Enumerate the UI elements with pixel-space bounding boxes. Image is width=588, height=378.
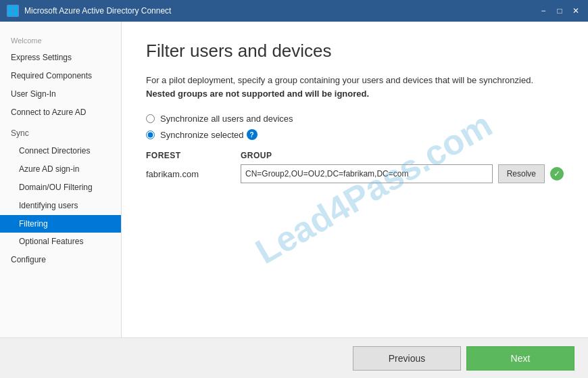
minimize-button[interactable]: − [538,5,549,16]
sidebar-item-azure-ad-signin[interactable]: Azure AD sign-in [0,160,121,179]
sidebar-item-configure[interactable]: Configure [0,251,121,269]
previous-button[interactable]: Previous [353,346,461,371]
radio-selected-label: Synchronize selected [160,130,244,140]
sidebar-section-sync: Sync [0,124,121,143]
radio-selected-input[interactable] [146,131,155,139]
sidebar-item-identifying-users[interactable]: Identifying users [0,197,121,215]
window-title: Microsoft Azure Active Directory Connect [24,6,538,16]
sidebar-item-required-components[interactable]: Required Components [0,67,121,85]
radio-group: Synchronize all users and devices Synchr… [146,114,564,140]
svg-rect-1 [14,6,18,10]
check-icon: ✓ [550,167,564,181]
group-input[interactable] [241,164,493,183]
radio-all-option[interactable]: Synchronize all users and devices [146,114,564,124]
footer: Previous Next [0,337,588,378]
sidebar-item-welcome: Welcome [0,32,121,49]
sidebar: Welcome Express Settings Required Compon… [0,22,122,337]
radio-all-input[interactable] [146,114,155,123]
sidebar-item-express-settings[interactable]: Express Settings [0,49,121,67]
col-group-header: GROUP [241,151,564,160]
sidebar-item-filtering[interactable]: Filtering [0,215,121,233]
radio-all-label: Synchronize all users and devices [160,114,293,124]
sidebar-item-connect-azure-ad[interactable]: Connect to Azure AD [0,103,121,122]
title-bar: Microsoft Azure Active Directory Connect… [0,0,588,22]
close-button[interactable]: ✕ [570,5,581,16]
resolve-button[interactable]: Resolve [498,164,545,183]
sidebar-item-optional-features[interactable]: Optional Features [0,233,121,251]
description-text: For a pilot deployment, specify a group … [146,74,552,100]
svg-rect-0 [8,6,12,10]
content-wrapper: Lead4Pass.com Welcome Express Settings R… [0,22,588,337]
table-row: fabrikam.com Resolve ✓ [146,164,564,183]
maximize-button[interactable]: □ [554,5,565,16]
page-title: Filter users and devices [146,41,564,62]
help-icon[interactable]: ? [247,129,258,140]
svg-rect-3 [14,11,18,16]
sidebar-item-domain-ou-filtering[interactable]: Domain/OU Filtering [0,179,121,197]
forest-name: fabrikam.com [146,169,235,179]
filter-table: FOREST GROUP fabrikam.com Resolve ✓ [146,151,564,183]
sidebar-item-connect-directories[interactable]: Connect Directories [0,142,121,160]
next-button[interactable]: Next [466,346,574,371]
app-icon [7,5,19,17]
table-header: FOREST GROUP [146,151,564,160]
window-controls: − □ ✕ [538,5,581,16]
col-forest-header: FOREST [146,151,241,160]
main-panel: Filter users and devices For a pilot dep… [122,22,588,337]
radio-selected-option[interactable]: Synchronize selected ? [146,129,564,140]
svg-rect-2 [8,11,12,16]
sidebar-item-user-sign-in[interactable]: User Sign-In [0,85,121,103]
main-window: Lead4Pass.com Welcome Express Settings R… [0,22,588,378]
